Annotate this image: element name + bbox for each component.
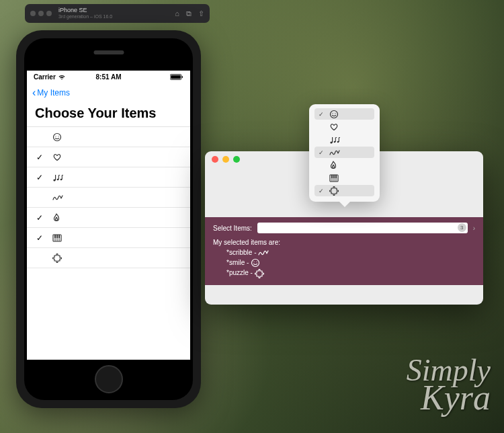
svg-rect-29 xyxy=(331,175,333,178)
flame-icon xyxy=(329,161,337,170)
svg-rect-1 xyxy=(171,75,181,79)
scribble-icon xyxy=(258,249,269,257)
ios-nav-bar: ‹ My Items xyxy=(27,83,190,103)
scribble-icon xyxy=(52,194,63,202)
iphone-screen: Carrier 8:51 AM ‹ My Items Choose Your I… xyxy=(27,71,190,360)
svg-point-16 xyxy=(252,260,259,267)
home-icon[interactable]: ⌂ xyxy=(175,9,179,18)
piano-icon xyxy=(329,174,339,182)
puzzle-icon xyxy=(255,269,264,278)
checkmark-icon: ✓ xyxy=(36,153,46,162)
popover-item[interactable] xyxy=(314,121,374,132)
svg-rect-13 xyxy=(54,235,56,238)
smile-icon xyxy=(251,258,260,268)
screenshot-icon[interactable]: ⧉ xyxy=(186,9,192,18)
music-icon xyxy=(52,173,63,182)
count-badge: 3 xyxy=(458,223,466,232)
checkmark-icon: ✓ xyxy=(36,213,46,223)
svg-point-3 xyxy=(54,133,61,141)
simulator-device-name: iPhone SE xyxy=(58,7,175,14)
back-button[interactable]: ‹ My Items xyxy=(32,87,70,99)
items-popover: ✓✓✓ xyxy=(309,104,380,202)
music-icon xyxy=(329,135,340,145)
list-item[interactable] xyxy=(27,248,190,268)
svg-rect-2 xyxy=(182,76,183,78)
share-icon[interactable]: ⇧ xyxy=(198,9,204,18)
chevron-right-icon: › xyxy=(473,225,475,232)
popover-item[interactable]: ✓ xyxy=(314,108,374,120)
close-button[interactable] xyxy=(212,156,218,163)
items-list: ✓✓✓✓ xyxy=(27,126,190,268)
checkmark-icon: ✓ xyxy=(36,233,46,243)
wifi-icon xyxy=(58,74,66,80)
list-item[interactable] xyxy=(27,188,190,208)
puzzle-icon xyxy=(52,253,62,263)
scribble-icon xyxy=(329,149,340,157)
svg-point-21 xyxy=(335,112,335,113)
svg-rect-14 xyxy=(56,235,58,238)
piano-icon xyxy=(52,234,62,242)
popover-item[interactable] xyxy=(314,159,374,171)
mac-window: Select Items: 3 › My selected items are:… xyxy=(205,151,483,305)
simulator-device-sub: 3rd generation – iOS 16.0 xyxy=(58,14,175,19)
back-label: My Items xyxy=(37,88,70,97)
svg-point-19 xyxy=(331,110,338,118)
battery-icon xyxy=(170,74,183,80)
page-title: Choose Your Items xyxy=(27,103,190,126)
checkmark-icon: ✓ xyxy=(319,188,325,194)
smile-icon xyxy=(329,110,339,119)
svg-point-18 xyxy=(257,262,257,262)
checkmark-icon: ✓ xyxy=(36,173,46,182)
minimize-button[interactable] xyxy=(222,156,229,163)
selected-item: *scribble - xyxy=(213,247,475,258)
window-dot[interactable] xyxy=(38,11,44,16)
list-item[interactable]: ✓ xyxy=(27,147,190,167)
selected-item: *puzzle - xyxy=(213,268,475,278)
window-dot[interactable] xyxy=(46,11,52,16)
home-button[interactable] xyxy=(95,365,123,393)
chevron-left-icon: ‹ xyxy=(32,87,36,99)
svg-point-17 xyxy=(254,262,255,262)
heart-icon xyxy=(329,122,339,132)
flame-icon xyxy=(52,213,60,223)
checkmark-icon: ✓ xyxy=(319,149,325,156)
svg-point-4 xyxy=(55,135,56,136)
popover-item[interactable] xyxy=(314,134,374,145)
list-item[interactable]: ✓ xyxy=(27,167,190,188)
list-item[interactable]: ✓ xyxy=(27,208,190,228)
zoom-button[interactable] xyxy=(233,156,240,163)
select-items-label: Select Items: xyxy=(213,225,252,232)
content-band: Select Items: 3 › My selected items are:… xyxy=(205,217,483,285)
carrier-label: Carrier xyxy=(34,73,56,81)
checkmark-icon: ✓ xyxy=(319,111,325,118)
popover-item[interactable]: ✓ xyxy=(314,147,374,158)
svg-point-20 xyxy=(332,112,333,113)
svg-rect-15 xyxy=(58,235,60,238)
speaker-slot xyxy=(93,50,124,54)
popover-item[interactable] xyxy=(314,172,374,184)
simulator-title-bar: iPhone SE 3rd generation – iOS 16.0 ⌂ ⧉ … xyxy=(25,4,210,23)
selected-item: *smile - xyxy=(213,258,475,268)
ios-status-bar: Carrier 8:51 AM xyxy=(27,71,190,83)
window-dot[interactable] xyxy=(30,11,36,16)
smile-icon xyxy=(52,132,62,142)
svg-point-5 xyxy=(58,135,58,136)
svg-rect-31 xyxy=(335,175,337,178)
selected-heading: My selected items are: xyxy=(213,237,475,247)
puzzle-icon xyxy=(329,186,339,196)
heart-icon xyxy=(52,153,62,162)
popover-item[interactable]: ✓ xyxy=(314,185,374,196)
list-item[interactable]: ✓ xyxy=(27,228,190,248)
clock-label: 8:51 AM xyxy=(96,73,122,81)
iphone-simulator: Carrier 8:51 AM ‹ My Items Choose Your I… xyxy=(16,30,201,408)
svg-rect-30 xyxy=(333,175,335,178)
list-item[interactable] xyxy=(27,127,190,147)
select-items-field[interactable]: 3 xyxy=(257,223,468,233)
